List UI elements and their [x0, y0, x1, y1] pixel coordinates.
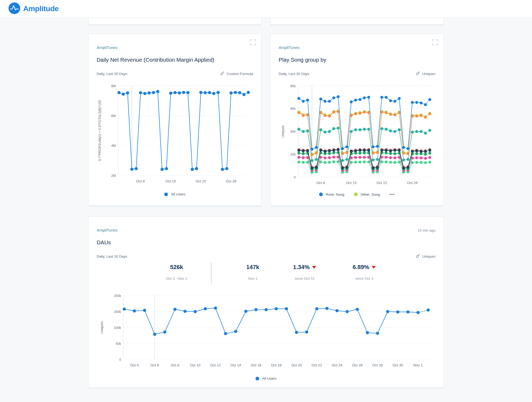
svg-text:0: 0 [294, 175, 296, 179]
legend-item-all-users[interactable]: All Users [164, 192, 185, 196]
svg-text:0.7*PROPSUM(A) + 0.5*TOTALS(B): 0.7*PROPSUM(A) + 0.5*TOTALS(B)*100 [98, 100, 102, 161]
svg-text:Oct 22: Oct 22 [196, 179, 206, 183]
revenue-chart[interactable]: 8M6M4M2MOct 8Oct 15Oct 22Oct 290.7*PROPS… [89, 83, 261, 186]
svg-text:Uniques: Uniques [281, 125, 285, 138]
svg-text:Nov 1: Nov 1 [413, 363, 423, 367]
scrolled-cards-row [88, 18, 444, 25]
card-title[interactable]: Daily Net Revenue (Contribution Margin A… [97, 57, 253, 63]
svg-text:Oct 15: Oct 15 [346, 181, 357, 185]
svg-text:Oct 22: Oct 22 [311, 363, 322, 367]
measured-as-label: Custom Formula [226, 72, 253, 76]
card-daus: AmpliTunes 15 min ago DAUs Daily, Last 3… [88, 216, 444, 388]
legend-more-ellipsis[interactable]: ••• [389, 192, 395, 196]
legend-dot [255, 377, 259, 380]
svg-text:Oct 14: Oct 14 [230, 363, 241, 367]
legend-item-rock-song[interactable]: Rock; Song [319, 192, 344, 196]
card-source-link[interactable]: AmpliTunes [97, 228, 118, 232]
stat-value: 526k [166, 264, 187, 271]
measured-as-control[interactable]: Uniques [416, 71, 435, 76]
svg-text:40k: 40k [290, 130, 296, 133]
stat-label: since Oct 3 [353, 277, 376, 280]
legend-item-all-users[interactable]: All Users [255, 376, 277, 380]
expand-icon[interactable] [249, 38, 257, 46]
measured-as-control[interactable]: Custom Formula [220, 71, 253, 76]
brand-name: Amplitude [23, 5, 59, 13]
card-play-song-group-by: AmpliTunes Play Song group by Daily, Las… [270, 34, 444, 206]
measured-as-icon [220, 71, 225, 76]
app-header: Amplitude [0, 0, 532, 18]
svg-text:2M: 2M [111, 174, 116, 178]
stat-value: 1.34% [293, 264, 310, 270]
legend-item-other-song[interactable]: Other; Song [354, 192, 380, 196]
svg-text:Oct 18: Oct 18 [271, 363, 282, 367]
svg-text:Oct 8: Oct 8 [136, 179, 145, 183]
legend-dot [354, 192, 358, 196]
svg-text:80k: 80k [290, 84, 296, 88]
trend-down-icon [312, 266, 316, 269]
svg-text:4M: 4M [111, 144, 116, 148]
play-song-chart[interactable]: 80k60k40k20k0Oct 8Oct 15Oct 22Oct 29Uniq… [271, 83, 443, 186]
card-source-link[interactable]: AmpliTunes [97, 45, 253, 50]
svg-text:Oct 30: Oct 30 [393, 363, 403, 367]
svg-text:100k: 100k [114, 326, 121, 330]
stat-value: 147k [246, 264, 259, 271]
svg-text:Oct 20: Oct 20 [291, 363, 302, 367]
card-title[interactable]: DAUs [97, 239, 435, 246]
svg-text:Oct 22: Oct 22 [377, 181, 387, 185]
measured-as-label: Uniques [422, 254, 435, 258]
svg-text:Oct 28: Oct 28 [372, 363, 383, 367]
svg-text:200k: 200k [114, 294, 121, 298]
partial-card-right [270, 18, 444, 25]
revenue-legend: All Users [97, 192, 253, 196]
date-range-label: Daily, Last 30 Days [97, 72, 127, 76]
last-updated-label: 15 min ago [418, 228, 435, 232]
svg-text:Oct 6: Oct 6 [150, 363, 159, 367]
daus-legend: All Users [97, 376, 435, 380]
measured-as-control[interactable]: Uniques [416, 254, 435, 259]
legend-dot [164, 192, 168, 196]
date-range-label: Daily, Last 30 Days [279, 72, 309, 76]
stat-value: 6.89% [353, 264, 369, 270]
svg-text:6M: 6M [111, 114, 116, 118]
svg-text:Oct 8: Oct 8 [316, 181, 325, 185]
svg-text:Oct 16: Oct 16 [251, 363, 261, 367]
amplitude-logo-icon [9, 2, 20, 15]
legend-label: All Users [171, 192, 185, 196]
stat-label: since Oct 31 [293, 277, 316, 280]
legend-label: All Users [262, 376, 277, 380]
card-title[interactable]: Play Song group by [279, 57, 435, 63]
card-daily-net-revenue: AmpliTunes Daily Net Revenue (Contributi… [88, 34, 261, 206]
stat-label: Nov 1 [246, 277, 259, 280]
svg-text:50k: 50k [116, 342, 121, 346]
stat-change-since-oct-31: 1.34% since Oct 31 [293, 264, 316, 280]
svg-text:Oct 29: Oct 29 [407, 181, 418, 185]
dashboard-content: AmpliTunes Daily Net Revenue (Contributi… [88, 18, 444, 388]
stat-change-since-oct-3: 6.89% since Oct 3 [353, 264, 376, 280]
expand-icon[interactable] [431, 38, 439, 46]
summary-stats: 526k Oct 3 - Nov 2 147k Nov 1 1.34% sinc… [97, 262, 435, 287]
card-source-link[interactable]: AmpliTunes [279, 45, 435, 50]
svg-text:8M: 8M [111, 84, 116, 88]
date-range-label: Daily, Last 30 Days [97, 254, 127, 258]
stats-divider [211, 262, 212, 283]
svg-text:Oct 8: Oct 8 [171, 363, 179, 367]
legend-label: Other; Song [361, 192, 380, 196]
partial-card-left [88, 18, 261, 25]
legend-label: Rock; Song [326, 192, 344, 196]
play-song-legend: Rock; Song Other; Song ••• [279, 192, 435, 196]
amplitude-logo[interactable]: Amplitude [9, 2, 59, 15]
stat-total-range: 526k Oct 3 - Nov 2 [166, 264, 187, 280]
daus-chart[interactable]: 200k150k100k50k0Oct 4Oct 6Oct 8Oct 10Oct… [89, 291, 443, 371]
svg-text:Oct 15: Oct 15 [166, 179, 176, 183]
svg-text:Oct 12: Oct 12 [210, 363, 221, 367]
measured-as-icon [416, 71, 420, 76]
legend-dot [319, 192, 323, 196]
stat-label: Oct 3 - Nov 2 [166, 277, 187, 280]
trend-down-icon [372, 266, 376, 269]
svg-text:20k: 20k [290, 153, 296, 156]
measured-as-icon [416, 254, 420, 259]
svg-text:0: 0 [119, 358, 121, 362]
svg-text:Oct 29: Oct 29 [226, 179, 236, 183]
svg-text:Oct 10: Oct 10 [190, 363, 201, 367]
measured-as-label: Uniques [422, 72, 435, 76]
